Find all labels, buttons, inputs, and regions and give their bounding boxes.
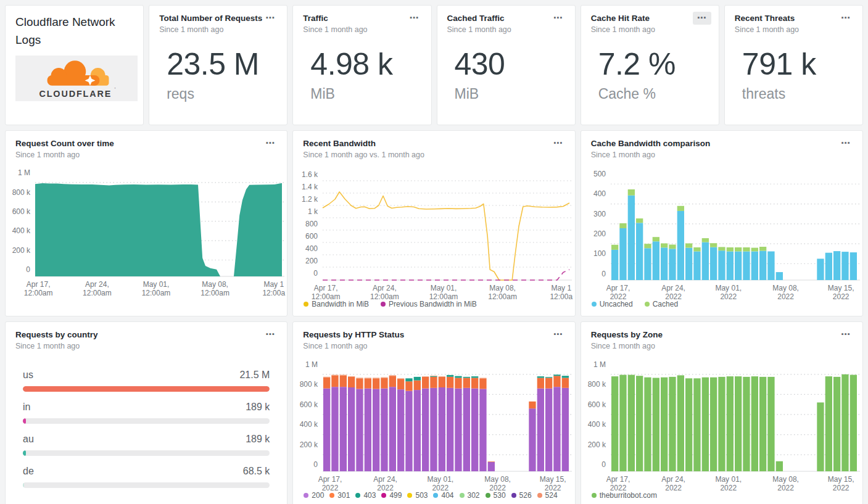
- panel-requests-by-zone: Requests by Zone Since 1 month ago ⋯ 020…: [581, 321, 863, 504]
- legend-item-530[interactable]: 530: [486, 491, 506, 500]
- svg-text:800 k: 800 k: [12, 188, 31, 197]
- country-bar-track: [23, 450, 270, 456]
- panel-requests-by-http-status: Requests by HTTP Status Since 1 month ag…: [292, 321, 575, 504]
- panel-title[interactable]: Recent Bandwidth: [303, 139, 376, 148]
- panel-menu-icon[interactable]: ⋯: [261, 137, 279, 150]
- svg-text:Apr 24,: Apr 24,: [373, 284, 397, 292]
- svg-text:1.6 k: 1.6 k: [302, 170, 318, 179]
- panel-menu-icon[interactable]: ⋯: [837, 137, 855, 150]
- panel-title[interactable]: Requests by HTTP Status: [303, 330, 404, 339]
- panel-subtitle: Since 1 month ago: [15, 151, 277, 159]
- panel-menu-icon[interactable]: ⋯: [693, 12, 711, 25]
- legend-item-bandwidth-in-mib[interactable]: Bandwidth in MiB: [304, 300, 369, 308]
- svg-text:200: 200: [593, 229, 606, 238]
- svg-text:12:00am: 12:00am: [24, 289, 53, 297]
- legend-label: Cached: [653, 300, 678, 308]
- panel-title[interactable]: Requests by Zone: [591, 330, 663, 339]
- legend-item-503[interactable]: 503: [407, 491, 428, 500]
- svg-text:Apr 17,: Apr 17,: [606, 284, 630, 292]
- panel-dashboard-logo: Cloudflare Network Logs CLOUDFLARE ': [5, 5, 144, 125]
- svg-text:May 08,: May 08,: [202, 280, 228, 289]
- panel-title[interactable]: Cache Bandwidth comparison: [591, 139, 711, 148]
- panel-request-count: Request Count over time Since 1 month ag…: [5, 130, 287, 316]
- svg-text:Apr 24,: Apr 24,: [374, 475, 398, 484]
- panel-menu-icon[interactable]: ⋯: [405, 12, 424, 25]
- legend-item-theburritobot.com[interactable]: theburritobot.com: [592, 491, 657, 500]
- panel-menu-icon[interactable]: ⋯: [549, 137, 568, 150]
- legend-item-404[interactable]: 404: [433, 491, 453, 500]
- stat-value: 430: [455, 49, 569, 80]
- legend-item-previous-bandwidth-in-mib[interactable]: Previous Bandwidth in MiB: [381, 300, 477, 308]
- legend-label: theburritobot.com: [600, 491, 657, 500]
- stat-body: 791 k threats: [725, 34, 862, 125]
- legend-item-403[interactable]: 403: [355, 491, 376, 500]
- svg-text:May 01,: May 01,: [431, 284, 457, 292]
- svg-text:400 k: 400 k: [587, 420, 606, 429]
- svg-text:May 15,: May 15,: [540, 475, 566, 484]
- svg-text:1 M: 1 M: [18, 168, 30, 177]
- stat-value: 4.98 k: [310, 49, 424, 80]
- panel-menu-icon[interactable]: ⋯: [549, 328, 568, 341]
- legend-item-526[interactable]: 526: [511, 491, 532, 500]
- legend-item-524[interactable]: 524: [537, 491, 558, 500]
- stat-unit: threats: [742, 86, 856, 102]
- svg-text:500: 500: [593, 170, 606, 178]
- svg-text:300: 300: [593, 210, 606, 218]
- legend-dot-icon: [304, 493, 308, 498]
- panel-title[interactable]: Cached Traffic: [447, 14, 505, 23]
- svg-text:200: 200: [305, 257, 318, 265]
- cloudflare-logo: CLOUDFLARE ': [15, 56, 138, 101]
- legend-item-uncached[interactable]: Uncached: [592, 300, 633, 308]
- legend-item-499[interactable]: 499: [381, 491, 402, 500]
- svg-text:Apr 17,: Apr 17,: [318, 475, 342, 484]
- panel-cache-bandwidth: Cache Bandwidth comparison Since 1 month…: [581, 130, 863, 316]
- panel-title[interactable]: Requests by country: [15, 330, 98, 339]
- legend-label: Previous Bandwidth in MiB: [389, 300, 477, 308]
- panel-title[interactable]: Cache Hit Rate: [591, 14, 650, 23]
- svg-text:600 k: 600 k: [12, 207, 31, 216]
- svg-text:Apr 24,: Apr 24,: [661, 475, 685, 484]
- panel-menu-icon[interactable]: ⋯: [837, 328, 855, 341]
- legend-dot-icon: [381, 493, 386, 498]
- legend-label: 200: [312, 491, 324, 500]
- svg-text:12:00am: 12:00am: [200, 289, 229, 297]
- legend-dot-icon: [592, 302, 597, 307]
- panel-title[interactable]: Request Count over time: [15, 139, 114, 148]
- top-row: Cloudflare Network Logs CLOUDFLARE ' Tot…: [5, 5, 863, 125]
- legend-label: Uncached: [600, 300, 633, 308]
- panel-menu-icon[interactable]: ⋯: [549, 12, 568, 25]
- bottom-row: Requests by country Since 1 month ago ⋯ …: [5, 321, 863, 504]
- legend-item-200[interactable]: 200: [304, 491, 324, 500]
- legend-dot-icon: [381, 302, 386, 307]
- svg-text:0: 0: [314, 460, 318, 469]
- svg-text:Apr 17,: Apr 17,: [314, 284, 338, 292]
- stat-unit: reqs: [167, 86, 281, 102]
- svg-text:May 08,: May 08,: [772, 284, 799, 292]
- legend-item-cached[interactable]: Cached: [645, 300, 678, 308]
- panel-menu-icon[interactable]: ⋯: [261, 328, 279, 341]
- panel-title[interactable]: Traffic: [303, 14, 328, 23]
- country-bar-track: [23, 418, 270, 424]
- stat-value: 791 k: [742, 49, 856, 80]
- svg-text:May 01,: May 01,: [428, 475, 454, 484]
- svg-text:12:00am: 12:00am: [83, 289, 112, 297]
- panel-menu-icon[interactable]: ⋯: [261, 12, 279, 25]
- panel-title[interactable]: Recent Threats: [735, 14, 795, 23]
- panel-menu-icon[interactable]: ⋯: [837, 12, 855, 25]
- svg-text:May 1: May 1: [263, 280, 284, 289]
- svg-text:May 1: May 1: [552, 284, 572, 292]
- stat-value: 23.5 M: [167, 49, 281, 80]
- panel-recent-bandwidth: Recent Bandwidth Since 1 month ago vs. 1…: [292, 130, 575, 316]
- svg-text:400: 400: [305, 244, 318, 253]
- legend-dot-icon: [645, 302, 650, 307]
- legend-label: 499: [389, 491, 402, 500]
- legend-item-302[interactable]: 302: [460, 491, 480, 500]
- legend-dot-icon: [355, 493, 360, 498]
- panel-recent-threats: Recent Threats Since 1 month ago ⋯ 791 k…: [724, 5, 863, 125]
- stat-body: 430 MiB: [437, 34, 575, 125]
- legend-dot-icon: [486, 493, 490, 498]
- legend-item-301[interactable]: 301: [329, 491, 350, 500]
- panel-title[interactable]: Total Number of Requests: [159, 14, 262, 23]
- svg-text:0: 0: [601, 270, 606, 278]
- legend-label: 526: [519, 491, 532, 500]
